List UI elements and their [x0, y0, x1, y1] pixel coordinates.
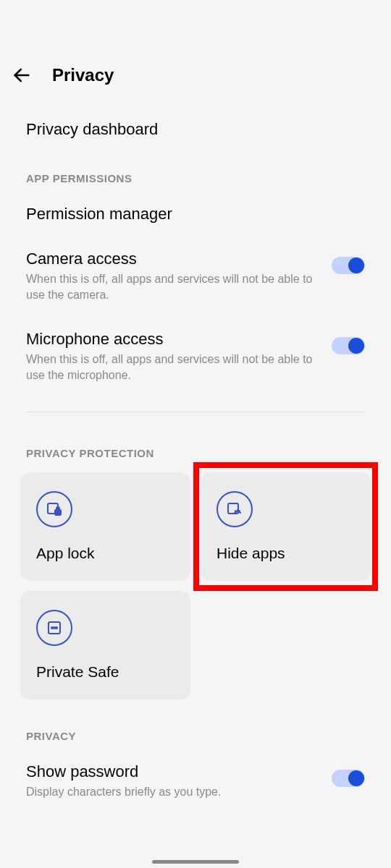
- toggle-thumb: [348, 338, 364, 354]
- divider: [26, 412, 365, 412]
- card-label: Hide apps: [216, 545, 355, 562]
- item-label: Show password: [26, 762, 317, 781]
- privacy-dashboard-item[interactable]: Privacy dashboard: [14, 107, 377, 152]
- item-label: Permission manager: [26, 205, 365, 224]
- private-safe-card[interactable]: Private Safe: [20, 591, 190, 699]
- microphone-access-toggle[interactable]: [332, 337, 365, 354]
- show-password-toggle[interactable]: [332, 770, 365, 787]
- item-label: Microphone access: [26, 330, 317, 349]
- section-privacy: PRIVACY: [14, 699, 377, 749]
- section-privacy-protection: PRIVACY PROTECTION: [14, 427, 377, 467]
- item-label: Privacy dashboard: [26, 120, 365, 139]
- item-subtitle: Display characters briefly as you type.: [26, 784, 317, 800]
- hide-apps-card[interactable]: Hide apps: [201, 472, 371, 581]
- svg-rect-2: [55, 510, 61, 515]
- app-lock-icon: [36, 491, 72, 527]
- navigation-handle[interactable]: [152, 860, 239, 864]
- microphone-access-item[interactable]: Microphone access When this is off, all …: [14, 317, 377, 397]
- svg-point-10: [56, 627, 57, 629]
- svg-point-9: [54, 627, 55, 629]
- private-safe-icon: [36, 610, 72, 646]
- app-lock-card[interactable]: App lock: [20, 472, 190, 581]
- toggle-thumb: [348, 258, 364, 273]
- svg-line-4: [235, 511, 236, 512]
- hide-apps-icon: [216, 491, 253, 527]
- permission-manager-item[interactable]: Permission manager: [14, 192, 377, 237]
- item-subtitle: When this is off, all apps and services …: [26, 352, 317, 384]
- item-label: Camera access: [26, 250, 317, 268]
- highlight-annotation: [193, 462, 378, 591]
- camera-access-item[interactable]: Camera access When this is off, all apps…: [14, 237, 377, 317]
- camera-access-toggle[interactable]: [332, 257, 365, 274]
- show-password-item[interactable]: Show password Display characters briefly…: [14, 749, 377, 813]
- svg-line-6: [239, 511, 240, 512]
- section-app-permissions: APP PERMISSIONS: [14, 152, 377, 192]
- card-label: App lock: [36, 545, 175, 562]
- svg-point-8: [51, 627, 53, 629]
- toggle-thumb: [348, 770, 364, 786]
- back-button[interactable]: [12, 65, 32, 85]
- item-subtitle: When this is off, all apps and services …: [26, 271, 317, 304]
- page-title: Privacy: [52, 65, 114, 85]
- arrow-left-icon: [12, 65, 32, 85]
- card-label: Private Safe: [36, 663, 175, 681]
